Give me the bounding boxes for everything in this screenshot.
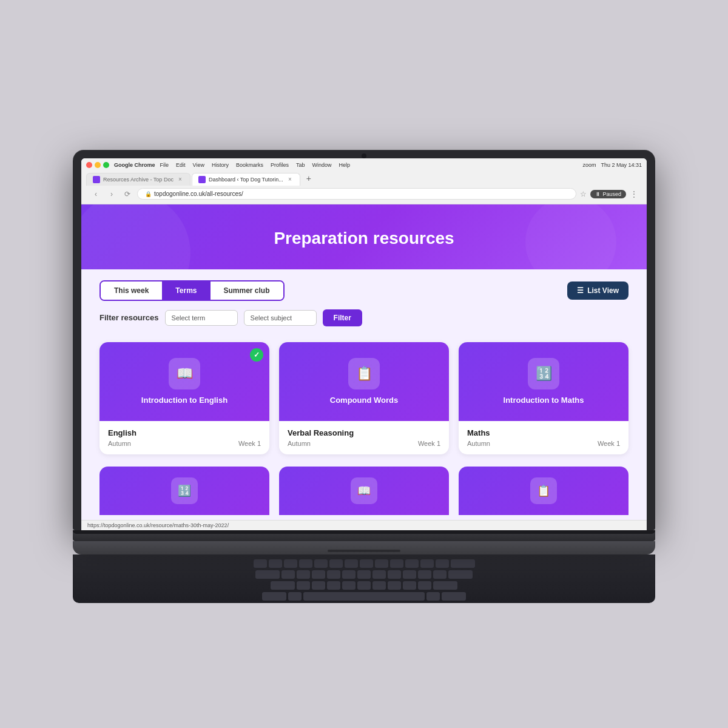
new-tab-button[interactable]: +	[302, 171, 316, 186]
key[interactable]	[327, 570, 340, 579]
key[interactable]	[372, 581, 386, 590]
key[interactable]	[297, 581, 310, 590]
resource-card-1[interactable]: 📋 Compound Words Verbal Reasoning Autumn…	[279, 342, 449, 454]
filter-button[interactable]: Filter	[323, 309, 362, 326]
key[interactable]	[418, 581, 431, 590]
laptop-base	[73, 530, 655, 541]
key-alt-right[interactable]	[426, 592, 440, 601]
keyboard-row-1	[91, 559, 637, 568]
browser-tab-1[interactable]: Resources Archive - Top Doc ×	[86, 173, 190, 186]
close-window-button[interactable]	[86, 162, 92, 168]
hero-banner: Preparation resources	[81, 204, 647, 269]
card-body-0: English Autumn Week 1	[99, 421, 269, 454]
key[interactable]	[269, 559, 282, 568]
key[interactable]	[342, 581, 356, 590]
key[interactable]	[254, 559, 267, 568]
minimize-window-button[interactable]	[95, 162, 101, 168]
menu-tab[interactable]: Tab	[296, 162, 305, 168]
card-term-1: Autumn	[288, 440, 311, 447]
card-week-0: Week 1	[238, 440, 261, 447]
browser-tab-2[interactable]: Dashboard ‹ Top Dog Tutorin... ×	[192, 173, 300, 186]
key[interactable]	[357, 570, 371, 579]
key[interactable]	[390, 559, 403, 568]
card-meta-0: Autumn Week 1	[108, 440, 261, 447]
menu-view[interactable]: View	[193, 162, 204, 168]
key[interactable]	[299, 559, 312, 568]
key[interactable]	[403, 570, 416, 579]
maximize-window-button[interactable]	[103, 162, 109, 168]
address-bar[interactable]: 🔒 topdogonline.co.uk/all-resources/	[137, 188, 576, 200]
select-term[interactable]: Select term	[165, 310, 238, 326]
menu-bookmarks[interactable]: Bookmarks	[236, 162, 263, 168]
paused-label: Paused	[602, 191, 621, 197]
tab-close-1[interactable]: ×	[177, 176, 184, 183]
key[interactable]	[420, 559, 434, 568]
system-info: zoom Thu 2 May 14:31	[582, 162, 642, 168]
list-view-button[interactable]: ☰ List View	[567, 281, 629, 300]
key[interactable]	[357, 581, 371, 590]
key-backspace[interactable]	[451, 559, 475, 568]
key[interactable]	[329, 559, 343, 568]
key[interactable]	[433, 570, 447, 579]
star-icon[interactable]: ☆	[580, 190, 587, 198]
partial-card-0[interactable]: 🔢	[99, 467, 269, 515]
key[interactable]	[281, 570, 295, 579]
card-icon-2: 🔢	[536, 366, 552, 382]
traffic-lights	[86, 162, 109, 168]
key[interactable]	[436, 559, 449, 568]
key[interactable]	[312, 581, 325, 590]
list-view-icon: ☰	[577, 286, 584, 295]
resource-card-2[interactable]: 🔢 Introduction to Maths Maths Autumn Wee…	[459, 342, 629, 454]
back-button[interactable]: ‹	[90, 188, 102, 200]
key[interactable]	[372, 570, 386, 579]
key[interactable]	[418, 570, 431, 579]
menu-help[interactable]: Help	[339, 162, 350, 168]
key[interactable]	[345, 559, 358, 568]
more-options-icon[interactable]: ⋮	[630, 189, 638, 199]
card-term-0: Autumn	[108, 440, 131, 447]
key[interactable]	[405, 559, 419, 568]
key[interactable]	[388, 581, 401, 590]
key[interactable]	[312, 570, 325, 579]
tab-terms[interactable]: Terms	[162, 281, 210, 300]
menu-file[interactable]: File	[160, 162, 169, 168]
key-spacebar[interactable]	[303, 592, 425, 601]
key-ctrl-right[interactable]	[442, 592, 466, 601]
key[interactable]	[360, 559, 373, 568]
refresh-button[interactable]: ⟳	[121, 188, 133, 200]
key-enter[interactable]	[448, 570, 473, 579]
partial-card-2[interactable]: 📋	[459, 467, 629, 515]
key-alt[interactable]	[288, 592, 302, 601]
key[interactable]	[284, 559, 297, 568]
tabs-bar: Resources Archive - Top Doc × Dashboard …	[86, 171, 642, 186]
card-week-1: Week 1	[418, 440, 440, 447]
partial-card-1[interactable]: 📖	[279, 467, 449, 515]
key[interactable]	[388, 570, 401, 579]
select-subject[interactable]: Select subject	[244, 310, 317, 326]
laptop-foot	[328, 550, 400, 552]
menu-edit[interactable]: Edit	[176, 162, 186, 168]
tab-favicon-2	[198, 176, 206, 183]
card-header-2: 🔢 Introduction to Maths	[459, 342, 629, 421]
keyboard-row-2	[91, 570, 637, 579]
key[interactable]	[327, 581, 340, 590]
key-shift-right[interactable]	[433, 581, 457, 590]
tab-this-week[interactable]: This week	[101, 281, 162, 300]
key[interactable]	[375, 559, 388, 568]
key[interactable]	[403, 581, 416, 590]
menu-history[interactable]: History	[212, 162, 229, 168]
tab-summer-club[interactable]: Summer club	[211, 281, 283, 300]
resource-card-0[interactable]: ✓ 📖 Introduction to English English Autu…	[99, 342, 269, 454]
card-icon-wrapper-0: 📖	[169, 358, 200, 389]
card-icon-wrapper-1: 📋	[348, 358, 380, 389]
key[interactable]	[314, 559, 328, 568]
menu-profiles[interactable]: Profiles	[271, 162, 289, 168]
forward-button[interactable]: ›	[106, 188, 118, 200]
key[interactable]	[342, 570, 356, 579]
key-shift-left[interactable]	[271, 581, 295, 590]
key-tab[interactable]	[255, 570, 280, 579]
menu-window[interactable]: Window	[312, 162, 331, 168]
tab-close-2[interactable]: ×	[286, 176, 294, 183]
key[interactable]	[297, 570, 310, 579]
key-ctrl[interactable]	[262, 592, 286, 601]
